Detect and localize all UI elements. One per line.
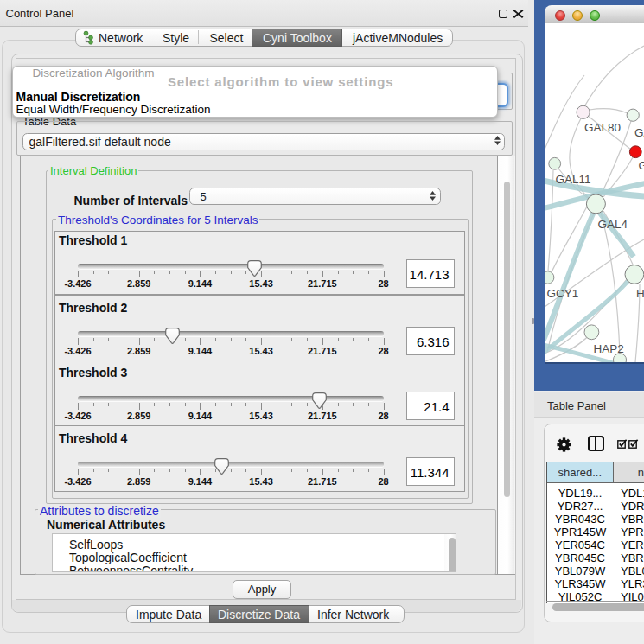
svg-text:GAL80: GAL80 (584, 121, 621, 134)
svg-text:GA: GA (634, 126, 644, 139)
svg-text:HAP2: HAP2 (594, 342, 624, 355)
svg-text:GCY1: GCY1 (547, 287, 579, 300)
svg-text:GAL11: GAL11 (556, 173, 591, 186)
svg-text:G: G (639, 159, 644, 172)
svg-text:GAL4: GAL4 (598, 218, 628, 231)
svg-text:H: H (636, 287, 644, 300)
